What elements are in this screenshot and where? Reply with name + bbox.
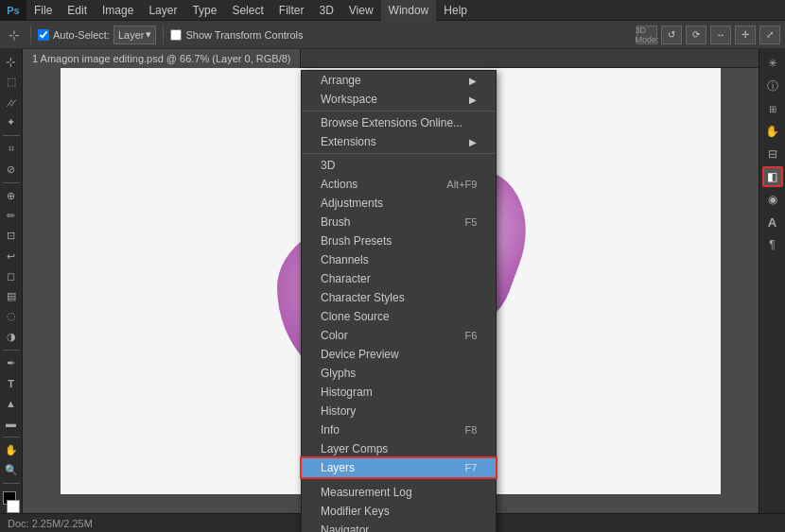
canvas-tabs: 1 Amagon image editing.psd @ 66.7% (Laye… bbox=[23, 49, 759, 68]
menu-glyphs[interactable]: Glyphs bbox=[302, 364, 496, 383]
menu-layer[interactable]: Layer bbox=[141, 0, 184, 21]
asterisk-icon[interactable]: ✳ bbox=[762, 53, 783, 74]
menu-edit[interactable]: Edit bbox=[60, 0, 95, 21]
menu-brush[interactable]: Brush F5 bbox=[302, 213, 496, 232]
menu-histogram[interactable]: Histogram bbox=[302, 383, 496, 402]
auto-select-label: Auto-Select: bbox=[53, 29, 110, 41]
pen-tool[interactable]: ✒ bbox=[1, 354, 22, 372]
toolbar: ⊹ Auto-Select: Layer ▾ Show Transform Co… bbox=[0, 21, 785, 49]
grid-panel-icon[interactable]: ⊟ bbox=[762, 144, 783, 164]
menu-3d[interactable]: 3D bbox=[311, 0, 340, 21]
window-menu-dropdown: Arrange ▶ Workspace ▶ Browse Extensions … bbox=[301, 70, 497, 532]
menu-window[interactable]: Window bbox=[381, 0, 437, 21]
mask-panel-icon[interactable]: ◉ bbox=[762, 189, 783, 210]
toolbar-roll-btn[interactable]: ⟳ bbox=[686, 26, 706, 44]
right-panel: ✳ ⓘ ⊞ ✋ ⊟ ◧ ◉ A ¶ bbox=[759, 49, 785, 513]
menu-modifier-keys[interactable]: Modifier Keys bbox=[302, 502, 496, 521]
wand-tool[interactable]: ✦ bbox=[1, 113, 22, 131]
sep-2 bbox=[302, 153, 496, 154]
transform-icon[interactable]: ⊞ bbox=[762, 98, 783, 119]
menu-navigator[interactable]: Navigator bbox=[302, 521, 496, 532]
menu-clone-source[interactable]: Clone Source bbox=[302, 307, 496, 326]
menu-brush-presets[interactable]: Brush Presets bbox=[302, 232, 496, 250]
left-tool-panel: ⊹ ⬚ ⌭ ✦ ⌗ ⊘ ⊕ ✏ ⊡ ↩ ◻ ▤ ◌ ◑ ✒ T ▲ ▬ ✋ 🔍 bbox=[0, 49, 23, 513]
lasso-tool[interactable]: ⌭ bbox=[1, 94, 22, 112]
eraser-tool[interactable]: ◻ bbox=[1, 267, 22, 285]
hand-tool[interactable]: ✋ bbox=[1, 441, 22, 459]
stamp-tool[interactable]: ⊡ bbox=[1, 227, 22, 245]
blur-tool[interactable]: ◌ bbox=[1, 307, 22, 325]
menu-type[interactable]: Type bbox=[184, 0, 224, 21]
menu-channels[interactable]: Channels bbox=[302, 250, 496, 269]
tool-divider-5 bbox=[3, 483, 20, 484]
app-logo: Ps bbox=[0, 0, 26, 21]
menu-actions[interactable]: Actions Alt+F9 bbox=[302, 175, 496, 194]
layer-dropdown[interactable]: Layer ▾ bbox=[113, 26, 157, 44]
zoom-tool[interactable]: 🔍 bbox=[1, 461, 22, 479]
gradient-tool[interactable]: ▤ bbox=[1, 287, 22, 305]
history-tool[interactable]: ↩ bbox=[1, 247, 22, 265]
toolbar-zoom-btn[interactable]: ⤢ bbox=[759, 26, 780, 44]
toolbar-pan-btn[interactable]: ✛ bbox=[735, 26, 756, 44]
canvas-tab-active[interactable]: 1 Amagon image editing.psd @ 66.7% (Laye… bbox=[23, 49, 301, 68]
marquee-tool[interactable]: ⬚ bbox=[1, 73, 22, 91]
move-tool[interactable]: ⊹ bbox=[1, 53, 22, 71]
show-transform-label: Show Transform Controls bbox=[185, 29, 303, 41]
eyedropper-tool[interactable]: ⊘ bbox=[1, 160, 22, 178]
menu-character[interactable]: Character bbox=[302, 269, 496, 288]
info-circle-icon[interactable]: ⓘ bbox=[762, 76, 783, 96]
tool-divider-2 bbox=[3, 182, 20, 183]
move-tool-icon: ⊹ bbox=[5, 26, 24, 44]
menu-character-styles[interactable]: Character Styles bbox=[302, 288, 496, 307]
menu-view[interactable]: View bbox=[341, 0, 381, 21]
menu-history[interactable]: History bbox=[302, 402, 496, 420]
dodge-tool[interactable]: ◑ bbox=[1, 328, 22, 346]
sep-1 bbox=[302, 111, 496, 112]
type-panel-icon[interactable]: A bbox=[762, 212, 783, 232]
menu-info[interactable]: Info F8 bbox=[302, 420, 496, 439]
spot-heal-tool[interactable]: ⊕ bbox=[1, 187, 22, 205]
menu-device-preview[interactable]: Device Preview bbox=[302, 345, 496, 364]
menu-layers[interactable]: Layers F7 bbox=[302, 458, 496, 477]
menu-image[interactable]: Image bbox=[95, 0, 141, 21]
toolbar-drag-btn[interactable]: ↔ bbox=[710, 26, 731, 44]
auto-select-checkbox[interactable] bbox=[38, 29, 49, 41]
status-doc-info: Doc: 2.25M/2.25M bbox=[8, 518, 93, 529]
menu-extensions[interactable]: Extensions ▶ bbox=[302, 132, 496, 151]
menu-workspace[interactable]: Workspace ▶ bbox=[302, 90, 496, 109]
crop-tool[interactable]: ⌗ bbox=[1, 140, 22, 158]
menu-layer-comps[interactable]: Layer Comps bbox=[302, 439, 496, 458]
toolbar-rotate-btn[interactable]: ↺ bbox=[661, 26, 682, 44]
menu-select[interactable]: Select bbox=[224, 0, 270, 21]
tool-divider-1 bbox=[3, 135, 20, 136]
menu-adjustments[interactable]: Adjustments bbox=[302, 194, 496, 213]
hand-panel-icon[interactable]: ✋ bbox=[762, 121, 783, 142]
shape-tool[interactable]: ▬ bbox=[1, 415, 22, 433]
paragraph-panel-icon[interactable]: ¶ bbox=[762, 234, 783, 255]
type-tool[interactable]: T bbox=[1, 374, 22, 392]
color-swatches[interactable] bbox=[1, 491, 22, 513]
show-transform-checkbox[interactable] bbox=[170, 29, 182, 41]
brush-tool[interactable]: ✏ bbox=[1, 207, 22, 225]
path-select-tool[interactable]: ▲ bbox=[1, 394, 22, 412]
tool-divider-4 bbox=[3, 437, 20, 438]
menu-measurement-log[interactable]: Measurement Log bbox=[302, 483, 496, 502]
menu-browse-ext[interactable]: Browse Extensions Online... bbox=[302, 113, 496, 132]
menu-3d[interactable]: 3D bbox=[302, 156, 496, 175]
menu-color[interactable]: Color F6 bbox=[302, 326, 496, 345]
toolbar-3d-btn[interactable]: 3D Mode: bbox=[637, 26, 657, 44]
menu-file[interactable]: File bbox=[26, 0, 60, 21]
toolbar-right: 3D Mode: ↺ ⟳ ↔ ✛ ⤢ bbox=[637, 26, 780, 44]
menu-help[interactable]: Help bbox=[436, 0, 475, 21]
menu-filter[interactable]: Filter bbox=[271, 0, 312, 21]
background-color[interactable] bbox=[7, 500, 20, 513]
menu-arrange[interactable]: Arrange ▶ bbox=[302, 71, 496, 90]
tool-divider-3 bbox=[3, 350, 20, 351]
menu-bar: Ps File Edit Image Layer Type Select Fil… bbox=[0, 0, 785, 21]
layers-panel-icon[interactable]: ◧ bbox=[762, 166, 783, 187]
